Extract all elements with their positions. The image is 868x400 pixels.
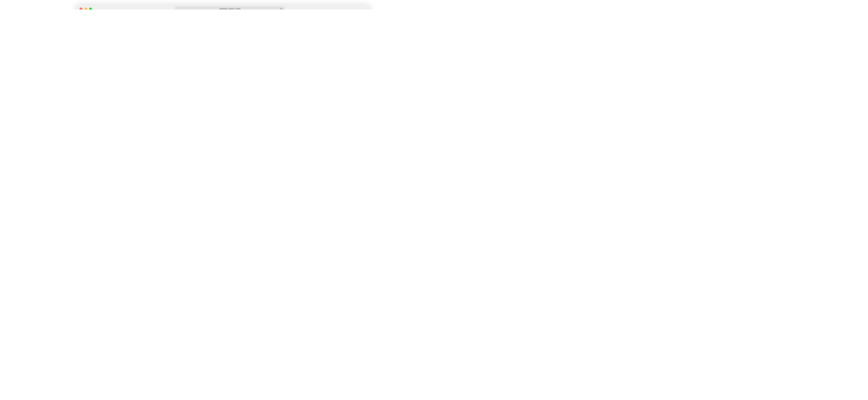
browser-title-bar: admin.goto.com ↻ xyxy=(76,5,369,9)
window-minimize-button[interactable] xyxy=(84,8,87,9)
reload-icon[interactable]: ↻ xyxy=(280,7,283,10)
url-field[interactable]: admin.goto.com ↻ xyxy=(175,6,285,9)
window-maximize-button[interactable] xyxy=(89,8,92,9)
window-close-button[interactable] xyxy=(80,8,83,9)
browser-window: admin.goto.com ↻ GoTo Admin What are you… xyxy=(76,5,369,9)
url-text: admin.goto.com xyxy=(219,7,241,9)
